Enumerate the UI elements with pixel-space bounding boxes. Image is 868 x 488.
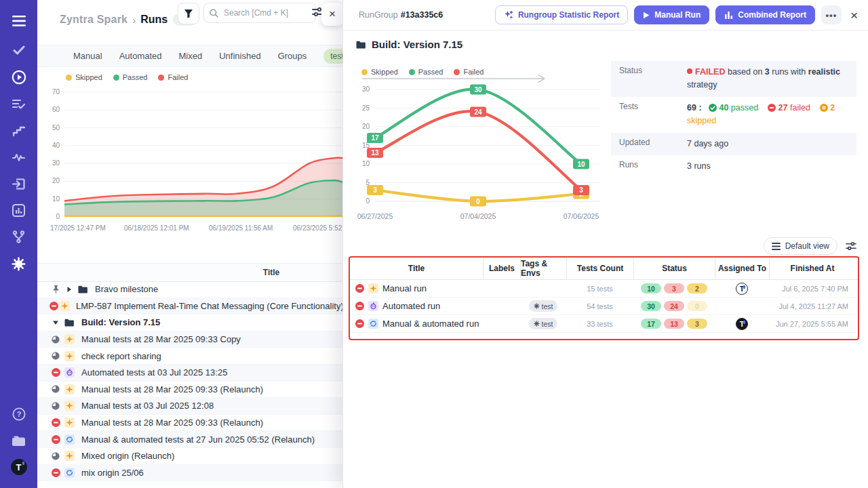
run-title: Bravo milestone [95,284,158,294]
menu-icon[interactable] [0,9,37,33]
run-title: mix origin 25/06 [81,468,144,478]
manual-run-icon [64,401,75,411]
column-header-status[interactable]: Status [633,258,715,279]
list-item[interactable]: Bravo milestone [37,281,342,298]
tests-count-cell: 54 tests [566,302,633,310]
runs-table: TitleLabelsTags & EnvsTests CountStatusA… [349,256,859,340]
search-input[interactable] [222,7,300,18]
status-label: Status [619,66,687,92]
list-item[interactable]: check report sharing [37,348,342,365]
chevron-right-icon[interactable] [66,286,72,293]
failed-badge: 24 [664,301,684,311]
automated-run-icon [368,301,378,311]
column-header-assigned-to[interactable]: Assigned To [715,258,769,279]
runs-list: Bravo milestoneLMP-587 Implement Real-Ti… [37,281,342,481]
chevron-down-icon[interactable] [52,320,59,325]
projects-folder-icon[interactable] [0,429,37,452]
bar-chart-icon [724,11,733,19]
avatar-accent [22,462,24,465]
list-item[interactable]: Automated tests at 03 Jul 2025 13:25 [37,365,342,382]
assigned-cell: T [715,283,769,295]
legend-item-failed[interactable]: Failed [158,73,188,81]
test-plans-icon[interactable] [0,92,37,115]
svg-text:06/27/2025: 06/27/2025 [357,212,393,220]
list-item[interactable]: mix origin 25/06 [37,465,342,482]
rungroup-line-chart: 0510152025301730103021324306/27/202507/0… [352,80,610,232]
analytics-icon[interactable] [0,199,37,222]
list-view-icon [772,243,781,250]
branch-icon[interactable] [0,225,37,248]
tab-manual[interactable]: Manual [73,51,102,61]
tests-count-cell: 15 tests [566,285,633,293]
column-header-title[interactable]: Title [350,258,483,279]
list-item[interactable]: Manual tests at 28 Mar 2025 09:33 (Relau… [37,382,342,399]
manual-run-button[interactable]: Manual Run [634,5,709,24]
column-header-labels[interactable]: Labels [483,258,520,279]
play-icon [643,12,650,19]
mixed-run-icon [368,319,378,329]
failed-status-icon [355,284,364,293]
search-box[interactable] [203,3,316,23]
import-icon[interactable] [0,172,37,195]
settings-gear-icon[interactable] [0,252,37,275]
table-row[interactable]: Manual & automated runtest33 tests17133T… [350,315,858,333]
tag-pill[interactable]: test [529,300,558,312]
tab-unfinished[interactable]: Unfinished [219,51,260,61]
more-actions-button[interactable]: ••• [821,5,842,24]
x-axis-label: 06/19/2025 11:56 AM [209,224,273,232]
list-item[interactable]: Manual tests at 28 Mar 2025 09:33 (Relau… [37,415,342,432]
default-view-button[interactable]: Default view [764,237,837,255]
table-row[interactable]: Automated runtest54 tests30240Jul 4, 202… [350,298,858,315]
status-value: FAILED based on 3 runs with realistic st… [687,66,848,92]
list-item[interactable]: Manual tests at 28 Mar 2025 09:33 Copy [37,331,342,348]
minus-circle-icon [768,104,776,112]
finished-at-cell: Jun 27, 2025 5:55 AM [769,320,855,328]
list-item[interactable]: Manual & automated tests at 27 Jun 2025 … [37,431,342,448]
assignee-avatar: T [736,283,748,295]
run-title: Manual tests at 28 Mar 2025 09:33 Copy [81,334,241,344]
help-icon[interactable]: ? [0,403,37,426]
panel-close-button[interactable]: × [321,3,342,26]
filter-button[interactable] [178,3,199,24]
list-item[interactable]: Build: Version 7.15 [37,314,342,331]
svg-text:07/06/2025: 07/06/2025 [564,212,599,220]
list-item[interactable]: LMP-587 Implement Real-Time Chat Messagi… [37,298,342,315]
pin-icon [52,285,60,294]
table-row[interactable]: Manual run15 tests1032TJul 6, 2025 7:40 … [350,280,858,298]
statistic-report-button[interactable]: Rungroup Statistic Report [495,5,628,24]
skipped-badge: 3 [687,319,707,329]
column-header-tags-envs[interactable]: Tags & Envs [520,258,566,279]
svg-text:?: ? [16,410,21,418]
tests-check-icon[interactable] [0,39,37,62]
tag-pill[interactable]: test [529,318,558,329]
activity-pulse-icon[interactable] [0,146,37,169]
partial-status-icon [52,385,60,393]
tab-chip-test-work[interactable]: test work [323,49,342,64]
drawer-title: RunGroup#13a335c6 [359,10,443,20]
table-header-row: TitleLabelsTags & EnvsTests CountStatusA… [350,258,858,280]
milestones-stairs-icon[interactable] [0,119,37,142]
svg-text:0: 0 [56,213,60,220]
tab-mixed[interactable]: Mixed [179,51,203,61]
run-title: Manual tests at 28 Mar 2025 09:33 (Relau… [81,384,263,394]
tags-cell: test [520,300,566,312]
drawer-close-button[interactable]: × [850,9,858,22]
list-item[interactable]: Manual tests at 03 Jul 2025 12:08 [37,398,342,415]
legend-item-skipped[interactable]: Skipped [66,73,102,81]
failed-status-icon [52,418,60,427]
run-title: Mixed origin (Relaunch) [81,451,174,461]
svg-text:30: 30 [52,159,60,167]
profile-avatar[interactable]: T [0,455,37,479]
runs-play-icon[interactable] [0,66,37,89]
folder-icon [64,319,75,327]
list-item[interactable]: Mixed origin (Relaunch) [37,448,342,465]
column-header-finished-at[interactable]: Finished At [769,258,855,279]
check-circle-icon [709,104,717,112]
tab-groups[interactable]: Groups [278,51,307,61]
table-settings-icon[interactable] [846,241,856,251]
tab-automated[interactable]: Automated [119,51,162,61]
column-header-tests-count[interactable]: Tests Count [566,258,633,279]
combined-report-button[interactable]: Combined Report [715,5,815,24]
svg-text:10: 10 [577,161,585,168]
legend-item-passed[interactable]: Passed [113,73,148,81]
